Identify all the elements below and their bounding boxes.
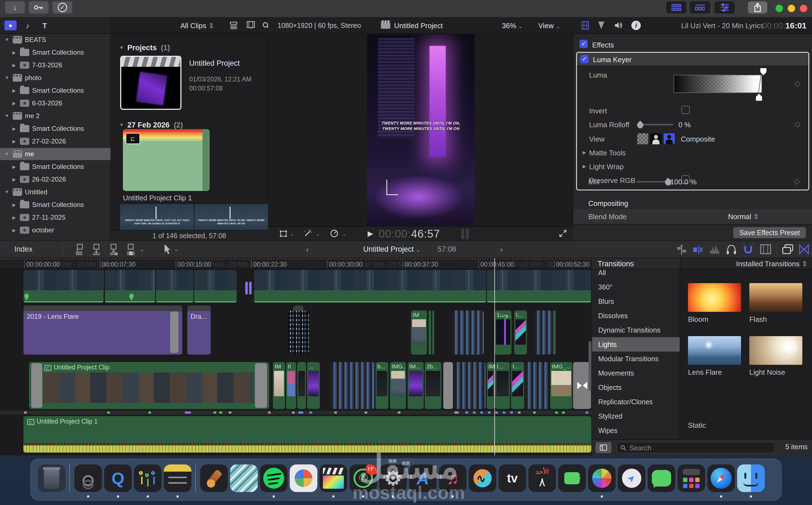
clip-drag-cap[interactable] <box>187 306 211 311</box>
timeline-marker-blue[interactable] <box>586 411 588 414</box>
storyline-small-clip[interactable]: IM <box>487 362 494 409</box>
storyline-small-clip[interactable]: IM... <box>408 362 424 409</box>
timeline-ruler[interactable]: Lil Uzi Vert - 20 Min LyricsLil Uzi Vert… <box>0 258 592 269</box>
timeline-marker-blue[interactable] <box>495 411 498 414</box>
luma-keyer-checkbox[interactable]: ✓ <box>580 55 589 63</box>
dock-tealapp[interactable] <box>230 465 258 492</box>
filmstrip-view-icon[interactable] <box>247 21 255 30</box>
viewer-zoom-dropdown[interactable]: 36% ⌄ <box>502 21 523 30</box>
audio-meter-right[interactable] <box>466 229 469 239</box>
timeline-project-dropdown[interactable]: Untitled Project ⌄ <box>363 245 420 254</box>
snapping-magnet-icon[interactable] <box>742 244 754 255</box>
timeline-marker-green[interactable] <box>214 411 216 414</box>
download-button[interactable]: ↓ <box>5 1 25 13</box>
transition-category-360-[interactable]: 360° <box>592 280 680 294</box>
playhead[interactable] <box>494 258 495 455</box>
luma-rolloff-slider[interactable] <box>637 120 673 129</box>
gap-clip-bar-2[interactable] <box>249 282 252 295</box>
title-clip[interactable]: 2019 - Lens Flare <box>23 311 182 355</box>
timeline-marker-green[interactable] <box>219 411 222 414</box>
clip-sliver[interactable] <box>429 311 431 355</box>
trim-tool-icon[interactable] <box>676 244 687 255</box>
save-effects-preset-button[interactable]: Save Effects Preset <box>733 227 806 238</box>
mix-keyframe-icon[interactable]: ◇ <box>794 177 800 186</box>
clip-drag-cap[interactable] <box>293 306 304 311</box>
media-sidebar-tab[interactable]: ★ <box>4 20 17 30</box>
timeline-filmstrip-icon[interactable] <box>760 244 771 254</box>
timeline-marker-green[interactable] <box>107 411 110 414</box>
enhancements-wand-icon[interactable] <box>303 229 312 238</box>
luma-keyer-effect-box[interactable]: ✓ Luma Keyer Luma ◇ Invert Luma Rolloff <box>576 52 809 190</box>
sidebar-item-26-02-2026[interactable]: ▶★26-02-2026 <box>0 173 110 185</box>
timeline-marker-green[interactable] <box>533 411 536 414</box>
sidebar-toggle-button[interactable] <box>595 442 611 453</box>
timeline-marker-green[interactable] <box>555 411 558 414</box>
clip-trim-handle[interactable] <box>443 362 453 409</box>
disclosure-right-icon[interactable]: ▶ <box>11 228 17 233</box>
disclosure-right-icon[interactable]: ▶ <box>11 177 17 182</box>
disclosure-right-icon[interactable]: ▶ <box>11 139 17 144</box>
clip-drag-cap[interactable] <box>23 306 182 311</box>
titles-sidebar-tab[interactable]: T <box>39 20 51 30</box>
dock-messages[interactable] <box>648 465 675 492</box>
clip-filter-dropdown[interactable]: All Clips ⇕ <box>181 21 214 30</box>
adjust-sliders-button[interactable] <box>714 1 735 13</box>
light-wrap-disclosure[interactable]: ▶ <box>581 164 587 169</box>
view-composite-option[interactable] <box>664 133 675 144</box>
timeline-marker-grey[interactable] <box>398 411 400 414</box>
storyline-small-clip[interactable]: I... <box>495 362 510 409</box>
audio-components-clip[interactable] <box>331 362 374 409</box>
disclosure-right-icon[interactable]: ▶ <box>11 215 17 220</box>
window-zoom-button[interactable] <box>776 5 783 12</box>
transition-category-objects[interactable]: Objects <box>592 380 680 395</box>
transform-tool-chevron[interactable]: ⌄ <box>290 231 294 237</box>
transition-category-wipes[interactable]: Wipes <box>592 423 680 438</box>
sidebar-item-me[interactable]: ▼★★★★me <box>0 148 110 160</box>
disclosure-down-icon[interactable]: ▼ <box>4 75 10 80</box>
clip-sliver[interactable] <box>553 311 556 355</box>
luma-low-handle[interactable] <box>756 94 762 101</box>
dock-finalcut[interactable] <box>320 465 347 492</box>
disclosure-right-icon[interactable]: ▶ <box>11 164 17 169</box>
disclosure-right-icon[interactable]: ▶ <box>11 88 17 93</box>
dock-appstore[interactable]: A <box>409 465 437 492</box>
transitions-browser-icon[interactable] <box>799 244 809 255</box>
timeline-marker-grey[interactable] <box>365 411 367 414</box>
dock-davinci[interactable] <box>290 465 317 492</box>
dock-quicktime[interactable]: Q <box>104 465 132 492</box>
disclosure-down-icon[interactable]: ▼ <box>4 152 10 156</box>
transitions-search-field[interactable]: Search <box>617 442 775 453</box>
luma-high-handle[interactable] <box>761 68 767 75</box>
transition-thumbnail-static[interactable] <box>688 389 741 418</box>
storyline-small-clip[interactable]: ... <box>307 362 320 409</box>
dock-finder[interactable] <box>737 465 765 492</box>
disclosure-right-icon[interactable]: ▶ <box>11 63 17 68</box>
timeline-marker-blue[interactable] <box>488 411 490 414</box>
audio-components-clip[interactable] <box>452 311 484 355</box>
timeline-marker-blue[interactable] <box>503 411 505 414</box>
dock-appletv[interactable]: tv <box>498 465 526 492</box>
dock-maps[interactable]: ➤ <box>618 465 646 492</box>
sidebar-item-me-2[interactable]: ▼★★★★me 2 <box>0 110 110 122</box>
transform-tool-icon[interactable] <box>279 230 287 237</box>
sidebar-item-27-11-2025[interactable]: ▶★27-11-2025 <box>0 211 110 223</box>
dock-settings[interactable]: ⚙ <box>379 465 407 492</box>
connected-clip[interactable]: وت1... <box>495 311 511 355</box>
transition-category-blurs[interactable]: Blurs <box>592 294 680 309</box>
blend-mode-dropdown[interactable]: Normal ⇕ <box>728 212 759 221</box>
projects-disclosure[interactable]: ▼ <box>118 45 125 50</box>
disclosure-right-icon[interactable]: ▶ <box>11 101 17 106</box>
timeline-forward-chevron[interactable]: › <box>500 245 503 254</box>
audio-components-clip[interactable] <box>525 362 549 409</box>
insert-edit-icon[interactable] <box>91 244 102 256</box>
disclosure-right-icon[interactable]: ▶ <box>11 202 17 207</box>
audio-components-clip[interactable] <box>454 362 485 409</box>
timeline-marker-green[interactable] <box>562 411 565 414</box>
disclosure-right-icon[interactable]: ▶ <box>11 126 17 131</box>
project-name[interactable]: Untitled Project <box>189 59 240 67</box>
storyline-small-clip[interactable] <box>297 362 306 409</box>
sidebar-item-smart-collections[interactable]: ▶Smart Collections <box>0 85 110 97</box>
enhancements-chevron[interactable]: ⌄ <box>316 231 320 237</box>
sidebar-item-october[interactable]: ▶★october <box>0 224 110 236</box>
storyline-left-trim-handle[interactable] <box>31 363 42 408</box>
